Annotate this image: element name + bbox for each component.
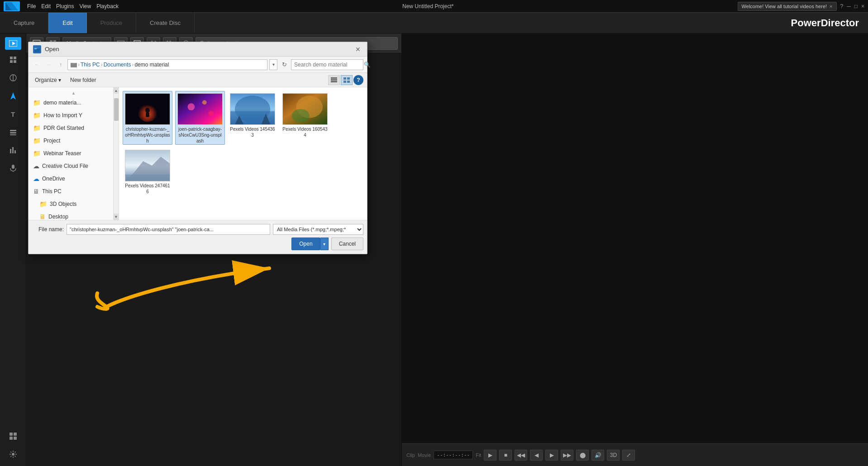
svg-rect-50 — [331, 77, 337, 79]
nav-item-pdr[interactable]: 📁 PDR Get Started — [29, 122, 119, 134]
cloud-icon: ☁ — [33, 162, 39, 170]
play-button[interactable]: ▶ — [484, 450, 496, 461]
file-name-4: Pexels Videos 2474616 — [125, 183, 170, 195]
onedrive-icon: ☁ — [33, 175, 39, 182]
next-button[interactable]: ▶ — [545, 450, 558, 461]
nav-scroll-up-btn[interactable]: ▲ — [114, 87, 119, 94]
menu-playback[interactable]: Playback — [96, 3, 119, 10]
prev-button[interactable]: ◀ — [530, 450, 543, 461]
file-item-2[interactable]: Pexels Videos 1454363 — [228, 91, 277, 145]
menu-view[interactable]: View — [79, 3, 91, 10]
nav-item-3d-objects[interactable]: 📁 3D Objects — [29, 198, 119, 210]
filename-input[interactable] — [67, 224, 270, 235]
svg-point-72 — [292, 109, 310, 122]
stop-button[interactable]: ■ — [499, 450, 512, 461]
file-item-4[interactable]: Pexels Videos 2474616 — [123, 147, 172, 197]
open-button[interactable]: Open — [291, 238, 320, 250]
nav-item-project[interactable]: 📁 Project — [29, 134, 119, 147]
view-btn-list[interactable] — [328, 75, 340, 85]
nav-pane: ▲ 📁 demo materia... 📁 How to Import Y 📁 … — [29, 87, 119, 220]
help-button-dialog[interactable]: ? — [353, 75, 363, 85]
preview-controls: Clip Movie --:--:--:-- Fit ▶ ■ ◀◀ ◀ ▶ ▶▶… — [402, 443, 868, 466]
sidebar-icon-equalizer[interactable] — [4, 142, 22, 158]
sidebar-icon-text[interactable]: T — [4, 106, 22, 122]
sidebar-icon-media[interactable] — [5, 37, 21, 50]
sidebar-icon-settings[interactable] — [4, 446, 22, 462]
minimize-button[interactable]: ─ — [847, 3, 851, 10]
nav-scroll-up[interactable]: ▲ — [29, 89, 119, 96]
nav-item-creative-cloud[interactable]: ☁ Creative Cloud File — [29, 160, 119, 172]
welcome-banner: Welcome! View all tutorial videos here! … — [738, 2, 837, 11]
svg-rect-52 — [331, 81, 337, 82]
tab-edit[interactable]: Edit — [48, 13, 86, 33]
nav-item-desktop[interactable]: 🖥 Desktop — [29, 210, 119, 220]
file-name-3: Pexels Videos 1605434 — [282, 126, 328, 138]
welcome-close-button[interactable]: × — [830, 4, 832, 9]
open-dropdown-button[interactable]: ▾ — [320, 238, 329, 250]
pc-icon: 🖥 — [33, 188, 39, 195]
svg-rect-61 — [178, 94, 222, 125]
sidebar-icon-arrow[interactable] — [4, 88, 22, 104]
new-folder-button[interactable]: New folder — [67, 76, 99, 85]
file-item-0[interactable]: christopher-kuzman-_oHRmhtvpWc-unsplash — [123, 91, 172, 145]
svg-rect-19 — [10, 433, 13, 436]
nav-item-how-to-import[interactable]: 📁 How to Import Y — [29, 109, 119, 122]
record-button[interactable]: ⬤ — [576, 450, 589, 461]
app-title: PowerDirector — [791, 13, 868, 33]
sidebar-icon-puzzle[interactable] — [4, 52, 22, 68]
nav-item-webinar[interactable]: 📁 Webinar Teaser — [29, 147, 119, 160]
organize-button[interactable]: Organize ▾ — [32, 76, 64, 85]
file-item-1[interactable]: joen-patrick-caagbay-sNoxCwU3Sng-unsplas… — [175, 91, 225, 145]
view-btn-grid[interactable] — [341, 75, 353, 85]
folder-icon: 📁 — [33, 137, 41, 144]
volume-button[interactable]: 🔊 — [591, 450, 604, 461]
refresh-button[interactable]: ↻ — [279, 60, 289, 70]
svg-rect-22 — [14, 437, 17, 440]
search-box[interactable]: 🔍 — [291, 59, 363, 70]
svg-rect-55 — [343, 81, 346, 83]
nav-item-this-pc[interactable]: 🖥 This PC — [29, 185, 119, 198]
fullscreen-button[interactable]: ⤢ — [622, 450, 635, 461]
maximize-button[interactable]: □ — [854, 3, 858, 10]
prev-frame-button[interactable]: ◀◀ — [515, 450, 527, 461]
next-frame-button[interactable]: ▶▶ — [561, 450, 573, 461]
search-dialog-input[interactable] — [294, 62, 362, 68]
menu-edit[interactable]: Edit — [41, 3, 51, 10]
nav-scroll-thumb — [114, 98, 119, 121]
sidebar-icon-grid[interactable] — [4, 428, 22, 444]
menu-file[interactable]: File — [27, 3, 36, 10]
forward-button[interactable]: → — [44, 60, 54, 70]
sidebar-icon-layers[interactable] — [4, 124, 22, 140]
view-buttons: ? — [328, 75, 363, 85]
breadcrumb-documents[interactable]: Documents — [104, 62, 131, 68]
folder-icon: 📁 — [33, 112, 41, 119]
up-button[interactable]: ↑ — [56, 60, 66, 70]
tab-capture[interactable]: Capture — [0, 13, 48, 33]
back-button[interactable]: ← — [32, 60, 42, 70]
breadcrumb-this-pc[interactable]: This PC — [81, 62, 100, 68]
cancel-button[interactable]: Cancel — [331, 238, 363, 250]
tab-produce[interactable]: Produce — [87, 13, 136, 33]
file-thumb-4 — [125, 150, 170, 181]
filetype-select[interactable]: All Media Files (*.mpg;*.mpeg;* — [273, 224, 363, 235]
file-thumb-2 — [230, 93, 275, 125]
sidebar-icon-effects[interactable] — [4, 70, 22, 86]
dialog-action-buttons: Open ▾ Cancel — [32, 238, 363, 250]
nav-item-demo-material[interactable]: 📁 demo materia... — [29, 96, 119, 109]
tab-create-disc[interactable]: Create Disc — [136, 13, 195, 33]
nav-scrollbar[interactable]: ▲ ▼ — [113, 87, 119, 220]
breadcrumb-dropdown[interactable]: ▾ — [269, 59, 277, 70]
desktop-icon: 🖥 — [39, 213, 46, 220]
dialog-close-button[interactable]: ✕ — [353, 45, 362, 54]
sidebar-icon-mic[interactable] — [4, 160, 22, 176]
svg-rect-75 — [125, 175, 170, 181]
app-close-button[interactable]: × — [861, 3, 864, 10]
svg-rect-20 — [14, 433, 17, 436]
help-button[interactable]: ? — [840, 3, 844, 10]
nav-item-onedrive[interactable]: ☁ OneDrive — [29, 172, 119, 185]
menu-plugins[interactable]: Plugins — [56, 3, 74, 10]
file-item-3[interactable]: Pexels Videos 1605434 — [280, 91, 330, 145]
mode-3d-button[interactable]: 3D — [607, 450, 620, 461]
svg-point-59 — [145, 108, 150, 113]
nav-scroll-down-btn[interactable]: ▼ — [114, 214, 119, 220]
